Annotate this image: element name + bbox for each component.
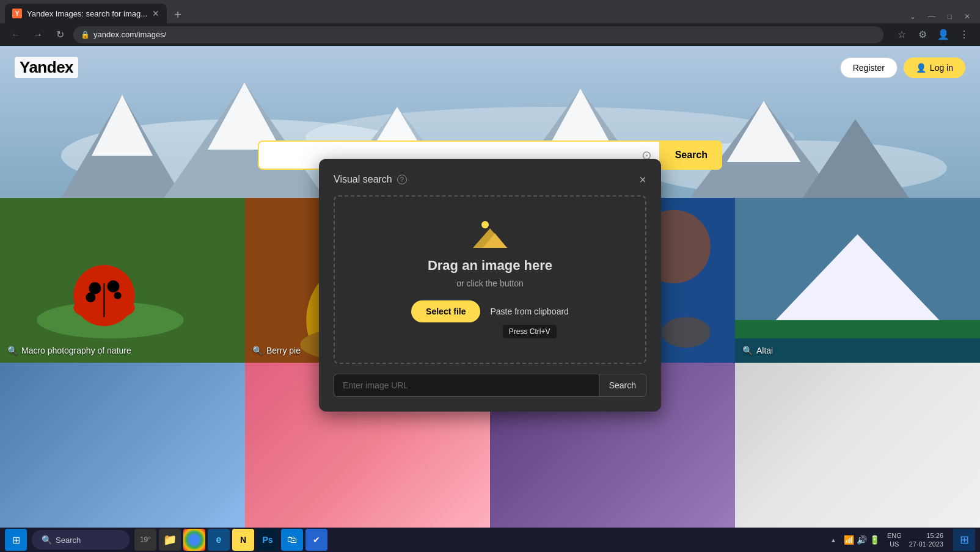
time-display: 15:26 bbox=[909, 531, 943, 540]
forward-button[interactable]: → bbox=[29, 26, 46, 43]
maximize-button[interactable]: □ bbox=[943, 10, 957, 23]
new-tab-button[interactable]: + bbox=[169, 6, 186, 23]
login-button[interactable]: 👤 Log in bbox=[904, 57, 965, 78]
page-header: Yandex Register 👤 Log in bbox=[0, 46, 980, 89]
taskbar: ⊞ 🔍 Search 19° 📁 e N Ps 🛍 ✔ ▲ 📶 🔊 🔋 ENG … bbox=[0, 528, 980, 552]
svg-point-26 bbox=[89, 282, 101, 294]
page-content: Yandex Register 👤 Log in ⊙ Search bbox=[0, 46, 980, 528]
taskbar-edge-icon[interactable]: e bbox=[208, 529, 230, 551]
taskbar-file-icon[interactable]: 📁 bbox=[159, 529, 181, 551]
taskbar-right: ▲ 📶 🔊 🔋 ENG US 15:26 27-01-2023 ⊞ bbox=[830, 529, 975, 551]
svg-point-45 bbox=[662, 317, 711, 347]
back-button[interactable]: ← bbox=[7, 26, 24, 43]
grid-image-ladybug bbox=[0, 198, 245, 363]
grid-label-altai: 🔍 Altai bbox=[742, 346, 773, 355]
wifi-icon[interactable]: 📶 bbox=[844, 535, 854, 545]
profile-button[interactable]: 👤 bbox=[935, 26, 952, 43]
windows-icon: ⊞ bbox=[12, 534, 20, 546]
tab-end-controls: ⌄ — □ ✕ bbox=[905, 10, 975, 23]
label-search-icon-4: 🔍 bbox=[742, 346, 753, 355]
tab-favicon: Y bbox=[12, 9, 22, 18]
window-close-button[interactable]: ✕ bbox=[959, 10, 975, 23]
tab-bar: Y Yandex Images: search for imag... ✕ + … bbox=[0, 0, 980, 23]
battery-icon[interactable]: 🔋 bbox=[869, 535, 880, 545]
menu-button[interactable]: ⋮ bbox=[956, 26, 973, 43]
taskbar-chrome-icon[interactable] bbox=[183, 529, 205, 551]
sun-shape bbox=[481, 221, 489, 228]
label-search-icon: 🔍 bbox=[7, 346, 18, 355]
register-button[interactable]: Register bbox=[840, 57, 898, 78]
paste-button[interactable]: Paste from clipboard bbox=[490, 300, 568, 322]
corner-icon: ⊞ bbox=[960, 533, 969, 547]
modal-title: Visual search ? bbox=[334, 174, 407, 185]
info-icon[interactable]: ? bbox=[397, 175, 407, 184]
taskbar-search[interactable]: 🔍 Search bbox=[32, 530, 130, 550]
header-actions: Register 👤 Log in bbox=[840, 57, 965, 78]
tab-list-button[interactable]: ⌄ bbox=[905, 10, 921, 23]
active-tab[interactable]: Y Yandex Images: search for imag... ✕ bbox=[5, 4, 167, 23]
modal-close-button[interactable]: × bbox=[639, 173, 646, 186]
user-icon: 👤 bbox=[916, 63, 926, 73]
taskbar-search-icon: 🔍 bbox=[42, 535, 52, 545]
url-row: Search bbox=[334, 374, 646, 397]
grid-item-ladybug[interactable]: 🔍 Macro photography of nature bbox=[0, 198, 245, 363]
ctrl-v-hint: Press Ctrl+V bbox=[503, 325, 557, 338]
search-button[interactable]: Search bbox=[660, 140, 722, 170]
weather-text: 19° bbox=[140, 536, 151, 544]
show-desktop-button[interactable]: ⊞ bbox=[953, 529, 975, 551]
taskbar-time[interactable]: 15:26 27-01-2023 bbox=[909, 531, 943, 549]
taskbar-search-label: Search bbox=[56, 536, 81, 545]
grid-image-white bbox=[735, 363, 980, 528]
taskbar-photoshop-icon[interactable]: Ps bbox=[257, 529, 279, 551]
extensions-button[interactable]: ⚙ bbox=[914, 26, 931, 43]
grid-item-white[interactable] bbox=[735, 363, 980, 528]
taskbar-show-hidden[interactable]: ▲ bbox=[830, 537, 836, 543]
bookmark-button[interactable]: ☆ bbox=[893, 26, 910, 43]
svg-point-29 bbox=[86, 292, 95, 302]
taskbar-sys-icons: 📶 🔊 🔋 bbox=[844, 535, 880, 545]
taskbar-pinned-icons: 19° 📁 e N Ps 🛍 ✔ bbox=[134, 529, 327, 551]
svg-point-30 bbox=[114, 292, 121, 299]
grid-image-altai bbox=[735, 198, 980, 363]
drop-zone[interactable]: Drag an image here or click the button S… bbox=[334, 195, 646, 364]
minimize-button[interactable]: — bbox=[923, 10, 940, 23]
nav-bar: ← → ↻ 🔒 yandex.com/images/ ☆ ⚙ 👤 ⋮ bbox=[0, 23, 980, 46]
taskbar-norton-icon[interactable]: N bbox=[232, 529, 254, 551]
url-input[interactable] bbox=[334, 374, 599, 397]
taskbar-store-icon[interactable]: 🛍 bbox=[281, 529, 303, 551]
mountain-shape-2 bbox=[483, 233, 507, 248]
visual-search-modal: Visual search ? × Drag an image here or … bbox=[319, 159, 661, 412]
nav-right-buttons: ☆ ⚙ 👤 ⋮ bbox=[893, 26, 973, 43]
paste-button-wrap: Paste from clipboard Press Ctrl+V bbox=[490, 300, 568, 338]
tab-label: Yandex Images: search for imag... bbox=[27, 9, 147, 18]
drop-icon bbox=[473, 221, 507, 248]
tab-close-button[interactable]: ✕ bbox=[152, 9, 159, 18]
select-file-button[interactable]: Select file bbox=[411, 300, 480, 322]
grid-label-ladybug: 🔍 Macro photography of nature bbox=[7, 346, 131, 355]
yandex-logo: Yandex bbox=[15, 57, 78, 78]
ps-label: Ps bbox=[262, 535, 272, 545]
url-text: yandex.com/images/ bbox=[93, 30, 166, 39]
date-display: 27-01-2023 bbox=[909, 540, 943, 548]
address-bar[interactable]: 🔒 yandex.com/images/ bbox=[73, 26, 883, 43]
taskbar-language[interactable]: ENG US bbox=[887, 531, 902, 549]
grid-item-altai[interactable]: 🔍 Altai bbox=[735, 198, 980, 363]
label-search-icon-2: 🔍 bbox=[252, 346, 263, 355]
reload-button[interactable]: ↻ bbox=[51, 26, 68, 43]
browser-chrome: Y Yandex Images: search for imag... ✕ + … bbox=[0, 0, 980, 46]
svg-point-27 bbox=[107, 280, 119, 292]
volume-icon[interactable]: 🔊 bbox=[857, 535, 867, 545]
modal-header: Visual search ? × bbox=[334, 173, 646, 186]
drag-text: Drag an image here bbox=[347, 258, 633, 274]
file-icon: 📁 bbox=[163, 533, 177, 547]
drop-buttons: Select file Paste from clipboard Press C… bbox=[347, 300, 633, 338]
grid-item-sky[interactable] bbox=[0, 363, 245, 528]
lang-code: ENG bbox=[887, 531, 902, 540]
start-button[interactable]: ⊞ bbox=[5, 529, 27, 551]
taskbar-todo-icon[interactable]: ✔ bbox=[305, 529, 327, 551]
lock-icon: 🔒 bbox=[81, 31, 90, 39]
lang-region: US bbox=[887, 540, 902, 548]
taskbar-weather-icon[interactable]: 19° bbox=[134, 529, 156, 551]
url-search-button[interactable]: Search bbox=[599, 374, 646, 397]
grid-label-berry: 🔍 Berry pie bbox=[252, 346, 301, 355]
